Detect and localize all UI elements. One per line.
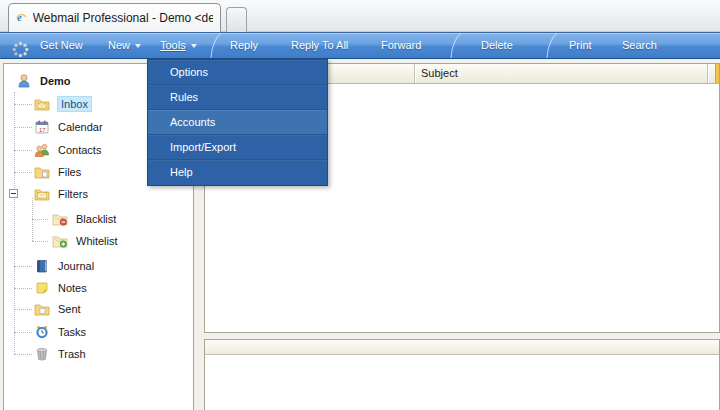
person-icon xyxy=(16,73,32,89)
print-button[interactable]: Print xyxy=(569,33,592,58)
sidebar-item-label: Whitelist xyxy=(76,235,118,247)
tasks-clock-icon xyxy=(34,324,50,340)
browser-tab-bar: e Webmail Professional - Demo <demo@webv… xyxy=(0,0,720,32)
menu-item-rules[interactable]: Rules xyxy=(148,85,327,110)
preview-panel xyxy=(204,339,720,410)
new-button[interactable]: New xyxy=(108,33,141,58)
account-label: Demo xyxy=(40,75,71,87)
inbox-folder-icon xyxy=(34,96,50,112)
application-window: e Webmail Professional - Demo <demo@webv… xyxy=(0,0,720,410)
menu-item-import-export[interactable]: Import/Export xyxy=(148,135,327,160)
chevron-down-icon xyxy=(191,44,197,48)
search-button[interactable]: Search xyxy=(622,33,657,58)
menu-item-help[interactable]: Help xyxy=(148,160,327,185)
chevron-down-icon xyxy=(135,44,141,48)
sidebar-item-journal[interactable]: Journal xyxy=(4,255,193,277)
new-tab-button[interactable] xyxy=(226,7,247,32)
busy-spinner-icon xyxy=(12,37,29,62)
sidebar-item-sent[interactable]: Sent xyxy=(4,298,193,320)
sidebar-item-label: Sent xyxy=(58,303,81,315)
forward-button[interactable]: Forward xyxy=(381,33,421,58)
contacts-icon xyxy=(34,142,50,158)
internet-explorer-icon: e xyxy=(16,10,27,26)
sidebar-item-filters[interactable]: Filters xyxy=(4,183,193,205)
sidebar-item-whitelist[interactable]: Whitelist xyxy=(4,230,193,252)
sidebar-item-trash[interactable]: Trash xyxy=(4,343,193,365)
sidebar-item-label: Trash xyxy=(58,348,86,360)
calendar-icon: 17 xyxy=(34,119,50,135)
header-marker xyxy=(715,64,719,83)
files-folder-icon xyxy=(34,164,50,180)
reply-button[interactable]: Reply xyxy=(230,33,258,58)
svg-text:17: 17 xyxy=(39,127,46,133)
blacklist-folder-icon xyxy=(52,211,68,227)
toolbar-separator xyxy=(448,33,462,58)
sidebar-item-label: Inbox xyxy=(58,97,91,111)
svg-text:e: e xyxy=(17,12,22,23)
tools-button[interactable]: Tools xyxy=(160,33,197,58)
filters-folder-icon xyxy=(34,186,50,202)
sidebar-item-label: Tasks xyxy=(58,326,86,338)
preview-header xyxy=(205,340,719,355)
sidebar-item-label: Contacts xyxy=(58,144,101,156)
sent-folder-icon xyxy=(34,301,50,317)
trash-icon xyxy=(34,346,50,362)
sidebar-item-label: Blacklist xyxy=(76,213,116,225)
delete-button[interactable]: Delete xyxy=(481,33,513,58)
sidebar-item-tasks[interactable]: Tasks xyxy=(4,321,193,343)
menu-item-options[interactable]: Options xyxy=(148,60,327,85)
sidebar-item-label: Files xyxy=(58,166,81,178)
journal-book-icon xyxy=(34,258,50,274)
preview-body xyxy=(205,355,719,409)
toolbar-separator xyxy=(544,33,558,58)
sidebar-item-notes[interactable]: Notes xyxy=(4,277,193,299)
column-divider[interactable] xyxy=(707,64,708,83)
browser-tab[interactable]: e Webmail Professional - Demo <demo@webv… xyxy=(8,3,221,32)
tab-title: Webmail Professional - Demo <demo@webvau… xyxy=(33,11,213,25)
tools-dropdown-menu: Options Rules Accounts Import/Export Hel… xyxy=(147,59,328,186)
main-toolbar: Get New New Tools Reply Reply To All For… xyxy=(0,32,720,59)
whitelist-folder-icon xyxy=(52,233,68,249)
sidebar-item-blacklist[interactable]: Blacklist xyxy=(4,208,193,230)
reply-to-all-button[interactable]: Reply To All xyxy=(291,33,348,58)
sidebar-item-label: Notes xyxy=(58,282,87,294)
get-new-button[interactable]: Get New xyxy=(40,33,83,58)
sidebar-item-label: Filters xyxy=(58,188,88,200)
toolbar-separator xyxy=(208,33,222,58)
sidebar-item-label: Calendar xyxy=(58,121,103,133)
column-divider[interactable] xyxy=(414,64,415,83)
notes-icon xyxy=(34,280,50,296)
menu-item-accounts[interactable]: Accounts xyxy=(148,110,327,135)
sidebar-item-label: Journal xyxy=(58,260,94,272)
subject-column-header[interactable]: Subject xyxy=(421,67,458,79)
